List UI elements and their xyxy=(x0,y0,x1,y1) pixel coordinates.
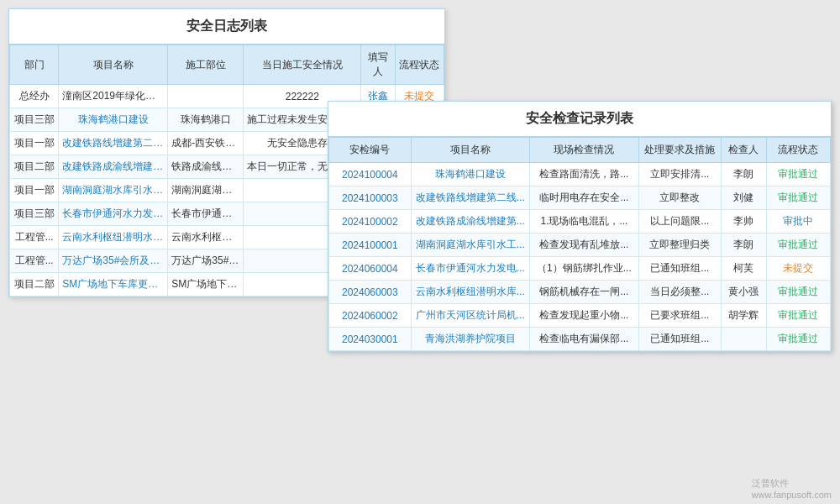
right-cell-inspector: 李朗 xyxy=(721,163,766,186)
right-cell-id[interactable]: 2024060003 xyxy=(329,281,412,304)
right-cell-check: 1.现场临电混乱，... xyxy=(529,210,638,234)
left-cell-site: 湖南洞庭湖水库 xyxy=(168,179,244,202)
watermark: 泛普软件 www.fanpusoft.com xyxy=(752,477,832,500)
right-cell-handle: 立即安排清... xyxy=(639,163,722,186)
right-cell-id[interactable]: 2024100004 xyxy=(329,163,412,186)
left-cell-dept: 项目三部 xyxy=(10,108,59,132)
left-cell-dept: 项目二部 xyxy=(10,273,59,297)
right-cell-id[interactable]: 2024100001 xyxy=(329,234,412,257)
right-cell-inspector: 刘健 xyxy=(721,186,766,210)
right-table-row: 2024060003云南水利枢纽潜明水库...钢筋机械存在一闸...当日必须整.… xyxy=(329,281,831,304)
right-cell-status: 审批通过 xyxy=(766,328,830,351)
right-table-container: 安全检查记录列表 安检编号 项目名称 现场检查情况 处理要求及措施 检查人 流程… xyxy=(328,101,832,352)
right-cell-project[interactable]: 长春市伊通河水力发电... xyxy=(411,257,529,281)
left-cell-dept: 工程管... xyxy=(10,226,59,249)
right-cell-project[interactable]: 珠海鹤港口建设 xyxy=(411,163,529,186)
left-table-header-row: 部门 项目名称 施工部位 当日施工安全情况 填写人 流程状态 xyxy=(10,45,444,85)
left-header-status: 流程状态 xyxy=(395,45,444,85)
left-cell-site: 万达广场35#会... xyxy=(168,249,244,273)
right-cell-inspector: 柯芙 xyxy=(721,257,766,281)
watermark-line2: www.fanpusoft.com xyxy=(752,490,832,500)
right-header-check: 现场检查情况 xyxy=(529,138,638,163)
right-cell-inspector: 胡学辉 xyxy=(721,304,766,328)
right-cell-status: 审批通过 xyxy=(766,186,830,210)
right-header-status: 流程状态 xyxy=(766,138,830,163)
right-cell-handle: 以上问题限... xyxy=(639,210,722,234)
left-header-person: 填写人 xyxy=(361,45,395,85)
left-cell-project[interactable]: 湖南洞庭湖水库引水工程... xyxy=(59,179,168,202)
right-cell-project[interactable]: 改建铁路成渝线增建第... xyxy=(411,210,529,234)
right-cell-inspector: 李朗 xyxy=(721,234,766,257)
left-cell-project[interactable]: 改建铁路成渝线增建第二... xyxy=(59,155,168,179)
left-cell-project[interactable]: 长春市伊通河水力发电厂... xyxy=(59,202,168,226)
left-cell-site: 珠海鹤港口 xyxy=(168,108,244,132)
left-cell-project[interactable]: 云南水利枢纽潜明水库一... xyxy=(59,226,168,249)
right-cell-handle: 立即整改 xyxy=(639,186,722,210)
left-cell-project: 潼南区2019年绿化补贴项... xyxy=(59,85,168,108)
left-cell-project[interactable]: 珠海鹤港口建设 xyxy=(59,108,168,132)
right-cell-project[interactable]: 青海洪湖养护院项目 xyxy=(411,328,529,351)
watermark-line1: 泛普软件 xyxy=(752,477,832,490)
right-header-inspector: 检查人 xyxy=(721,138,766,163)
right-cell-handle: 已要求班组... xyxy=(639,304,722,328)
left-cell-dept: 项目一部 xyxy=(10,179,59,202)
right-table-body: 2024100004珠海鹤港口建设检查路面清洗，路...立即安排清...李朗审批… xyxy=(329,163,831,351)
right-cell-handle: 立即整理归类 xyxy=(639,234,722,257)
left-cell-site: 成都-西安铁路... xyxy=(168,132,244,155)
left-cell-project[interactable]: SM广场地下车库更换摄... xyxy=(59,273,168,297)
right-cell-status: 审批通过 xyxy=(766,304,830,328)
right-table-row: 2024100004珠海鹤港口建设检查路面清洗，路...立即安排清...李朗审批… xyxy=(329,163,831,186)
left-cell-site: 云南水利枢纽潜... xyxy=(168,226,244,249)
right-cell-inspector: 黄小强 xyxy=(721,281,766,304)
right-cell-check: （1）钢筋绑扎作业... xyxy=(529,257,638,281)
right-cell-handle: 已通知班组... xyxy=(639,257,722,281)
right-cell-id[interactable]: 2024060002 xyxy=(329,304,412,328)
right-table-row: 2024030001青海洪湖养护院项目检查临电有漏保部...已通知班组...审批… xyxy=(329,328,831,351)
right-cell-check: 检查临电有漏保部... xyxy=(529,328,638,351)
right-header-id: 安检编号 xyxy=(329,138,412,163)
right-cell-check: 钢筋机械存在一闸... xyxy=(529,281,638,304)
left-cell-dept: 项目一部 xyxy=(10,132,59,155)
left-cell-site xyxy=(168,85,244,108)
right-cell-project[interactable]: 湖南洞庭湖水库引水工... xyxy=(411,234,529,257)
right-cell-project[interactable]: 改建铁路线增建第二线... xyxy=(411,186,529,210)
right-header-handle: 处理要求及措施 xyxy=(639,138,722,163)
left-header-project: 项目名称 xyxy=(59,45,168,85)
right-cell-handle: 当日必须整... xyxy=(639,281,722,304)
right-table-title: 安全检查记录列表 xyxy=(328,102,831,137)
right-table-row: 2024100003改建铁路线增建第二线...临时用电存在安全...立即整改刘健… xyxy=(329,186,831,210)
right-cell-status: 审批通过 xyxy=(766,234,830,257)
right-cell-status: 审批中 xyxy=(766,210,830,234)
right-cell-status: 审批通过 xyxy=(766,281,830,304)
right-cell-project[interactable]: 云南水利枢纽潜明水库... xyxy=(411,281,529,304)
right-cell-inspector: 李帅 xyxy=(721,210,766,234)
right-cell-id[interactable]: 2024100002 xyxy=(329,210,412,234)
left-cell-site: 铁路成渝线（成... xyxy=(168,155,244,179)
right-cell-id[interactable]: 2024060004 xyxy=(329,257,412,281)
right-cell-project[interactable]: 广州市天河区统计局机... xyxy=(411,304,529,328)
right-table: 安检编号 项目名称 现场检查情况 处理要求及措施 检查人 流程状态 202410… xyxy=(328,137,831,351)
right-table-row: 2024060004长春市伊通河水力发电...（1）钢筋绑扎作业...已通知班组… xyxy=(329,257,831,281)
left-header-safety: 当日施工安全情况 xyxy=(244,45,361,85)
right-cell-check: 检查发现有乱堆放... xyxy=(529,234,638,257)
left-cell-project[interactable]: 万达广场35#会所及咖啡... xyxy=(59,249,168,273)
right-cell-status: 未提交 xyxy=(766,257,830,281)
left-cell-site: SM广场地下车库 xyxy=(168,273,244,297)
right-header-project: 项目名称 xyxy=(411,138,529,163)
right-cell-status: 审批通过 xyxy=(766,163,830,186)
left-cell-project[interactable]: 改建铁路线增建第二线直... xyxy=(59,132,168,155)
right-table-row: 2024100001湖南洞庭湖水库引水工...检查发现有乱堆放...立即整理归类… xyxy=(329,234,831,257)
left-header-site: 施工部位 xyxy=(168,45,244,85)
right-cell-id[interactable]: 2024030001 xyxy=(329,328,412,351)
left-header-dept: 部门 xyxy=(10,45,59,85)
left-cell-dept: 总经办 xyxy=(10,85,59,108)
left-cell-dept: 项目二部 xyxy=(10,155,59,179)
left-cell-dept: 项目三部 xyxy=(10,202,59,226)
left-cell-dept: 工程管... xyxy=(10,249,59,273)
right-cell-check: 检查发现起重小物... xyxy=(529,304,638,328)
right-cell-check: 临时用电存在安全... xyxy=(529,186,638,210)
right-table-row: 2024100002改建铁路成渝线增建第...1.现场临电混乱，...以上问题限… xyxy=(329,210,831,234)
left-table-title: 安全日志列表 xyxy=(9,9,444,45)
right-cell-check: 检查路面清洗，路... xyxy=(529,163,638,186)
right-cell-id[interactable]: 2024100003 xyxy=(329,186,412,210)
